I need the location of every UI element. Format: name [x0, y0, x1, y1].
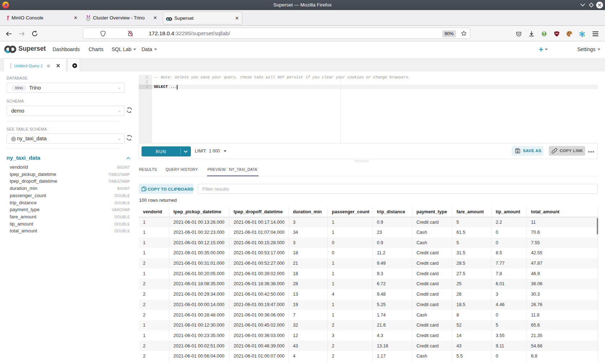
svg-text:UO: UO: [555, 32, 559, 35]
